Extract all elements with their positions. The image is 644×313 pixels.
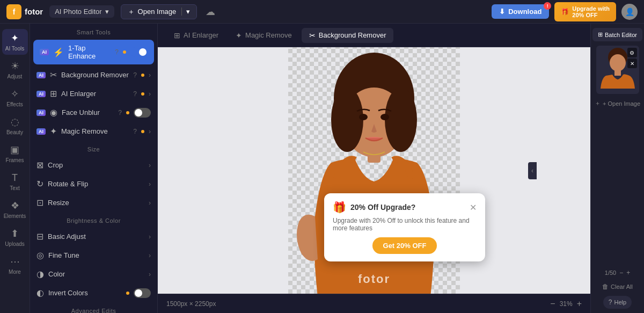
sidebar-item-ai-tools[interactable]: ✦ AI Tools	[2, 29, 28, 55]
tool-resize[interactable]: ⊡ Resize ›	[30, 193, 157, 212]
upgrade-button[interactable]: 🎁 Upgrade with 20% OFF	[554, 2, 616, 21]
tool-color[interactable]: ◑ Color ›	[30, 265, 157, 283]
invert-colors-icon: ◐	[36, 288, 44, 298]
tab-bg-remover-label: Background Remover	[319, 31, 386, 39]
main-layout: ✦ AI Tools ☀ Adjust ✧ Effects ◌ Beauty ▣…	[0, 24, 644, 313]
sidebar-item-uploads[interactable]: ⬆ Uploads	[2, 224, 28, 250]
download-icon: ⬇	[499, 8, 505, 16]
icon-sidebar: ✦ AI Tools ☀ Adjust ✧ Effects ◌ Beauty ▣…	[0, 24, 30, 313]
thumbnail-tools: ⚙ ✕	[627, 48, 637, 68]
tabs-bar: ⊞ AI Enlarger ✦ Magic Remove ✂ Backgroun…	[158, 24, 590, 47]
page-count: 1/50	[605, 270, 616, 276]
upgrade-label: Upgrade with	[572, 5, 610, 12]
tool-invert-colors[interactable]: ◐ Invert Colors	[30, 283, 157, 302]
zoom-in-button[interactable]: +	[577, 299, 582, 309]
sidebar-item-beauty[interactable]: ◌ Beauty	[2, 113, 28, 139]
arrow-crop: ›	[149, 162, 151, 169]
tool-crop[interactable]: ⊠ Crop ›	[30, 156, 157, 174]
help-icon-face[interactable]: ?	[118, 109, 122, 117]
tab-ai-enlarger-label: AI Enlarger	[184, 31, 218, 39]
tool-name-bg-remover: Background Remover	[61, 71, 129, 79]
plus-icon-right: ＋	[595, 99, 601, 107]
tab-magic-remove[interactable]: ✦ Magic Remove	[228, 28, 299, 43]
chevron-down-icon-2: ▾	[181, 8, 190, 16]
tool-rotate-flip[interactable]: ↻ Rotate & Flip ›	[30, 174, 157, 193]
help-icon-bg[interactable]: ?	[133, 71, 137, 79]
popup-title: 20% Off Upgrade?	[350, 203, 415, 212]
tool-ai-enlarger[interactable]: AI ⊞ AI Enlarger ? ›	[30, 84, 157, 103]
svg-point-6	[380, 114, 389, 120]
popup-description: Upgrade with 20% Off to unlock this feat…	[333, 217, 477, 232]
logo-icon: f	[6, 4, 21, 19]
magic-remove-icon: ✦	[50, 126, 57, 136]
arrow-magic: ›	[149, 128, 151, 135]
sidebar-item-adjust[interactable]: ☀ Adjust	[2, 57, 28, 83]
editor-selector[interactable]: AI Photo Editor ▾	[49, 5, 114, 18]
open-image-button[interactable]: ＋ Open Image ▾	[121, 4, 197, 19]
batch-editor-label: Batch Editor	[605, 32, 637, 38]
clear-all-label: Clear All	[611, 283, 633, 290]
smart-tools-title: Smart Tools	[30, 24, 157, 39]
topbar: f fotor AI Photo Editor ▾ ＋ Open Image ▾…	[0, 0, 644, 24]
plus-page-icon: +	[626, 269, 630, 276]
elements-label: Elements	[4, 213, 26, 219]
sidebar-item-more[interactable]: ⋯ More	[2, 252, 28, 278]
tab-ai-enlarger[interactable]: ⊞ AI Enlarger	[166, 28, 226, 43]
resize-icon: ⊡	[36, 198, 43, 208]
adjust-icon: ☀	[11, 60, 19, 72]
arrow-rotate: ›	[149, 180, 151, 188]
sidebar-item-frames[interactable]: ▣ Frames	[2, 141, 28, 166]
toggle-1tap[interactable]	[130, 47, 148, 57]
close-popup-button[interactable]: ✕	[470, 202, 477, 213]
minus-page-icon: −	[619, 269, 623, 276]
dot-magic	[141, 130, 144, 133]
tool-fine-tune[interactable]: ◎ Fine Tune ›	[30, 246, 157, 265]
help-icon-1tap[interactable]: ?	[115, 48, 119, 56]
thumbnail-delete-button[interactable]: ✕	[627, 59, 637, 68]
tool-name-magic-remove: Magic Remove	[61, 127, 129, 135]
toggle-face-unblur[interactable]	[134, 108, 151, 118]
ai-badge-magic: AI	[36, 128, 46, 135]
tab-background-remover[interactable]: ✂ Background Remover	[302, 28, 394, 43]
download-button[interactable]: ⬇ Download !	[492, 4, 549, 19]
size-title: Size	[30, 141, 157, 156]
tool-magic-remove[interactable]: AI ✦ Magic Remove ? ›	[30, 122, 157, 141]
color-icon: ◑	[36, 269, 44, 279]
dot-face	[126, 111, 129, 114]
thumbnail-card[interactable]: ⚙ ✕	[596, 46, 639, 94]
ai-enlarger-icon: ⊞	[50, 89, 57, 99]
batch-editor-tab[interactable]: ⊞ Batch Editor	[592, 28, 642, 41]
help-icon-magic[interactable]: ?	[133, 128, 137, 135]
text-icon: T	[12, 172, 18, 184]
tool-1tap-enhance[interactable]: AI ⚡ 1-Tap Enhance ?	[33, 40, 154, 64]
tool-face-unblur[interactable]: AI ◉ Face Unblur ?	[30, 103, 157, 122]
zoom-out-button[interactable]: −	[550, 299, 555, 309]
ai-badge-bg: AI	[36, 72, 46, 78]
topbar-right: ⬇ Download ! 🎁 Upgrade with 20% OFF 👤	[492, 2, 638, 21]
bottom-bar: 1500px × 2250px − 31% +	[158, 294, 590, 313]
tool-basic-adjust[interactable]: ⊟ Basic Adjust ›	[30, 227, 157, 246]
help-icon-enl[interactable]: ?	[133, 90, 137, 98]
popup-header: 🎁 20% Off Upgrade? ✕	[333, 201, 477, 214]
sidebar-item-elements[interactable]: ❖ Elements	[2, 196, 28, 222]
fotor-watermark: fotor	[358, 272, 390, 286]
thumbnail-settings-button[interactable]: ⚙	[627, 48, 637, 57]
clear-all-button[interactable]: 🗑 Clear All	[599, 280, 636, 294]
sidebar-item-text[interactable]: T Text	[2, 169, 28, 194]
chevron-down-icon: ▾	[105, 8, 109, 16]
frames-label: Frames	[6, 157, 24, 163]
help-button[interactable]: ? Help	[603, 296, 632, 309]
svg-point-5	[359, 114, 368, 120]
tool-background-remover[interactable]: AI ✂ Background Remover ? ›	[30, 65, 157, 84]
open-image-right-button[interactable]: ＋ + Open Image	[595, 99, 640, 107]
bg-remover-tab-icon: ✂	[309, 31, 316, 40]
cloud-icon[interactable]: ☁	[206, 6, 215, 18]
collapse-right-panel-handle[interactable]: ‹	[528, 162, 537, 179]
effects-icon: ✧	[11, 88, 19, 100]
bg-remover-icon: ✂	[50, 70, 57, 80]
toggle-invert[interactable]	[134, 288, 151, 298]
tool-name-1tap: 1-Tap Enhance	[68, 44, 111, 60]
get-discount-button[interactable]: Get 20% OFF	[372, 237, 437, 254]
avatar[interactable]: 👤	[621, 4, 638, 20]
sidebar-item-effects[interactable]: ✧ Effects	[2, 85, 28, 111]
